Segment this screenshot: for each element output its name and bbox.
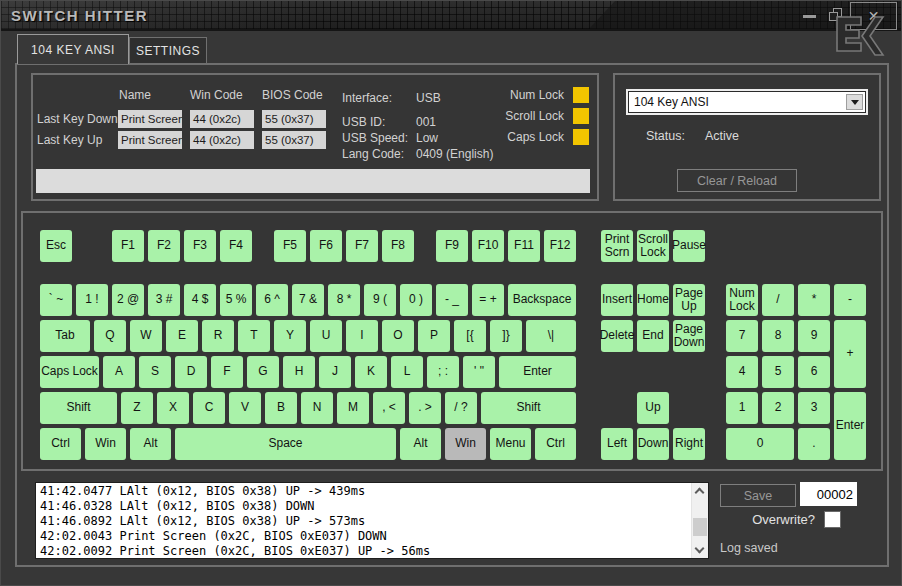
key-l: L: [391, 356, 423, 388]
scrollbar-thumb[interactable]: [693, 518, 707, 536]
key-symbol: /: [762, 284, 794, 316]
key-f10: F10: [472, 230, 504, 262]
key-3: 3: [798, 392, 830, 424]
key-1: 1: [726, 392, 758, 424]
key-shift: Shift: [40, 392, 117, 424]
scroll-up-icon[interactable]: [695, 488, 705, 498]
key-7: 7: [726, 320, 758, 352]
keyboard-row: Up: [599, 390, 671, 426]
tab-104-key-ansi[interactable]: 104 KEY ANSI: [17, 34, 129, 64]
key-4: 4: [726, 356, 758, 388]
key-z: Z: [121, 392, 153, 424]
key-o: O: [382, 320, 414, 352]
key-win: Win: [445, 428, 486, 460]
key-shift: Shift: [481, 392, 576, 424]
key-7: 7 &: [292, 284, 324, 316]
key-ctrl: Ctrl: [40, 428, 81, 460]
key-9: 9: [798, 320, 830, 352]
save-counter-field[interactable]: [800, 482, 857, 506]
log-scrollbar[interactable]: [691, 483, 708, 558]
layout-dropdown[interactable]: 104 Key ANSI: [628, 91, 866, 113]
key-symbol: ` ~: [40, 284, 72, 316]
dropdown-arrow-button[interactable]: [846, 94, 863, 110]
key-menu: Menu: [490, 428, 531, 460]
key-num-lock: Num Lock: [726, 284, 758, 316]
key-space: Space: [175, 428, 396, 460]
key-symbol: -: [834, 284, 866, 316]
scroll-down-icon[interactable]: [695, 544, 705, 554]
key-symbol: ; :: [427, 356, 459, 388]
overwrite-label: Overwrite?: [752, 512, 815, 527]
key-8: 8: [762, 320, 794, 352]
keyboard-spacer: [599, 390, 635, 391]
keyboard-nav-section: Print ScrnScroll LockPauseInsertHomePage…: [599, 228, 707, 458]
keyboard-row: CtrlWinAltSpaceAltWinMenuCtrl: [38, 426, 578, 462]
key-h: H: [283, 356, 315, 388]
key-info-panel: Name Win Code BIOS Code Last Key Down Pr…: [31, 73, 599, 201]
overwrite-row: Overwrite?: [720, 511, 841, 528]
keyboard-spacer: [416, 228, 434, 229]
minimize-icon[interactable]: [803, 15, 816, 18]
save-button[interactable]: Save: [720, 484, 796, 507]
key-symbol: , <: [373, 392, 405, 424]
tab-settings[interactable]: SETTINGS: [129, 37, 207, 63]
key-s: S: [139, 356, 171, 388]
usb-id-line: USB ID: 001: [342, 115, 436, 129]
key-f2: F2: [148, 230, 180, 262]
key-enter: Enter: [834, 392, 866, 460]
title-bar: SWITCH HITTER ✕: [1, 1, 901, 31]
key-symbol: ' ": [463, 356, 495, 388]
key-scroll-lock: Scroll Lock: [637, 230, 669, 262]
key-symbol: *: [798, 284, 830, 316]
clear-reload-button[interactable]: Clear / Reload: [677, 169, 797, 192]
app-window: SWITCH HITTER ✕ 104 KEY ANSI SETTINGS Na…: [0, 0, 902, 586]
key-t: T: [238, 320, 270, 352]
key-4: 4 $: [184, 284, 216, 316]
key-win: Win: [85, 428, 126, 460]
key-f1: F1: [112, 230, 144, 262]
chevron-down-icon: [851, 100, 859, 105]
key-5: 5: [762, 356, 794, 388]
key-page-down: Page Down: [673, 320, 705, 352]
lock-indicators: Num Lock Scroll Lock Caps Lock: [505, 87, 589, 145]
key-symbol: - _: [436, 284, 468, 316]
key-5: 5 %: [220, 284, 252, 316]
key-y: Y: [274, 320, 306, 352]
column-header-win-code: Win Code: [190, 88, 243, 102]
key-9: 9 (: [364, 284, 396, 316]
interface-line: Interface: USB: [342, 91, 441, 105]
key-p: P: [418, 320, 450, 352]
keyboard-row: Print ScrnScroll LockPause: [599, 228, 707, 264]
log-line: 41:46.0328 LAlt (0x12, BIOS 0x38) DOWN: [40, 499, 691, 514]
key-d: D: [175, 356, 207, 388]
keyboard-row: TabQWERTYUIOP[{]}\|: [38, 318, 578, 354]
keyboard-row: ` ~1 !2 @3 #4 $5 %6 ^7 &8 *9 (0 )- _= +B…: [38, 282, 578, 318]
last-key-down-bios-code: 55 (0x37): [262, 110, 326, 128]
last-key-up-name: Print Screen: [118, 131, 182, 149]
key-symbol: \|: [526, 320, 576, 352]
key-0: 0 ): [400, 284, 432, 316]
key-alt: Alt: [130, 428, 171, 460]
key-r: R: [202, 320, 234, 352]
status-value: Active: [705, 129, 739, 143]
keyboard-panel: EscF1F2F3F4F5F6F7F8F9F10F11F12` ~1 !2 @3…: [21, 211, 883, 471]
key-backspace: Backspace: [508, 284, 576, 316]
scroll-lock-indicator: [573, 108, 589, 124]
column-header-name: Name: [119, 88, 151, 102]
keyboard-spacer: [254, 228, 272, 229]
keyboard-numpad-section: Num Lock/*-789+456123Enter0.: [724, 282, 868, 462]
key-symbol: = +: [472, 284, 504, 316]
key-right: Right: [673, 428, 705, 460]
keyboard-row: InsertHomePage Up: [599, 282, 707, 318]
key-u: U: [310, 320, 342, 352]
key-6: 6 ^: [256, 284, 288, 316]
key-x: X: [157, 392, 189, 424]
key-tab: Tab: [40, 320, 90, 352]
overwrite-checkbox[interactable]: [824, 511, 841, 528]
key-readout-bar: [36, 169, 590, 193]
key-f9: F9: [436, 230, 468, 262]
key-f8: F8: [382, 230, 414, 262]
key-k: K: [355, 356, 387, 388]
last-key-down-name: Print Screen: [118, 110, 182, 128]
last-key-up-label: Last Key Up: [37, 133, 102, 147]
